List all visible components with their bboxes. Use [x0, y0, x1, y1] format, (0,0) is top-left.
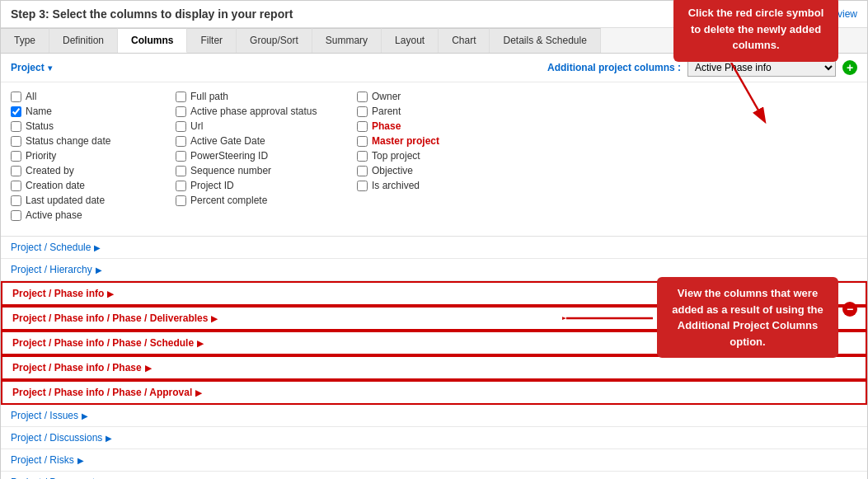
- tab-type[interactable]: Type: [1, 28, 49, 53]
- added-callout-box: View the columns that were added as a re…: [657, 277, 838, 358]
- column-checkbox[interactable]: [176, 195, 186, 206]
- column-item: Last updated date: [11, 193, 176, 208]
- section-row[interactable]: Project / Risks▶: [1, 449, 867, 472]
- section-row-label: Project / Phase info: [12, 288, 104, 299]
- tab-layout[interactable]: Layout: [382, 28, 439, 53]
- section-expand-arrow: ▶: [106, 434, 112, 443]
- column-checkbox[interactable]: [357, 92, 368, 102]
- svg-line-1: [731, 63, 764, 120]
- column-checkbox[interactable]: [11, 151, 21, 162]
- column-item: PowerSteering ID: [176, 148, 357, 163]
- project-dropdown[interactable]: Project ▾: [11, 62, 52, 73]
- column-checkbox[interactable]: [357, 166, 368, 176]
- column-checkbox[interactable]: [11, 136, 21, 147]
- tab-summary[interactable]: Summary: [312, 28, 382, 53]
- section-row-label: Project / Schedule: [11, 242, 91, 253]
- column-label: Top project: [372, 150, 420, 162]
- column-checkbox[interactable]: [11, 210, 21, 221]
- column-label: Sequence number: [190, 165, 271, 176]
- column-checkbox[interactable]: [11, 92, 21, 102]
- column-item: Is archived: [357, 178, 489, 193]
- column-label: Full path: [190, 91, 228, 102]
- column-label: Owner: [372, 91, 401, 102]
- section-row[interactable]: Project / Phase info / Phase / Approval▶: [1, 380, 867, 405]
- section-expand-arrow: ▶: [107, 289, 114, 298]
- column-item: Sequence number: [176, 163, 357, 178]
- column-item: Parent: [357, 104, 489, 119]
- project-label: Project: [11, 62, 45, 73]
- column-label: Active phase approval status: [190, 106, 317, 117]
- section-row-label: Project / Risks: [11, 454, 74, 466]
- column-label: Url: [190, 120, 203, 132]
- column-item: Priority: [11, 148, 176, 163]
- tab-definition[interactable]: Definition: [49, 28, 118, 53]
- section-expand-arrow: ▶: [145, 364, 152, 373]
- column-item: Status: [11, 119, 176, 134]
- main-content: AllNameStatusStatus change datePriorityC…: [1, 82, 867, 479]
- column-checkbox[interactable]: [176, 151, 186, 162]
- column-item: Full path: [176, 89, 357, 104]
- column-label: Created by: [26, 165, 74, 176]
- section-expand-arrow: ▶: [211, 314, 218, 323]
- tab-group-sort[interactable]: Group/Sort: [237, 28, 312, 53]
- tab-columns[interactable]: Columns: [118, 28, 187, 53]
- column-checkbox[interactable]: [357, 181, 368, 191]
- section-expand-arrow: ▶: [77, 456, 84, 465]
- column-label: Project ID: [190, 180, 234, 191]
- column-label: Percent complete: [190, 195, 267, 206]
- add-columns-button[interactable]: +: [842, 60, 857, 75]
- tab-details---schedule[interactable]: Details & Schedule: [490, 28, 600, 53]
- column-item: Master project: [357, 134, 489, 148]
- column-checkbox[interactable]: [176, 136, 186, 147]
- column-label: Is archived: [372, 180, 420, 191]
- column-item: Phase: [357, 119, 489, 134]
- column-list-1: AllNameStatusStatus change datePriorityC…: [11, 89, 176, 223]
- column-item: Objective: [357, 163, 489, 178]
- column-checkbox[interactable]: [357, 151, 368, 162]
- column-label: Phase: [372, 120, 401, 132]
- column-item: Top project: [357, 148, 489, 163]
- section-row-label: Project / Phase info / Phase / Approval: [12, 387, 192, 398]
- column-label: PowerSteering ID: [190, 150, 268, 162]
- delete-columns-button[interactable]: −: [842, 302, 857, 317]
- section-row[interactable]: Project / Schedule▶: [1, 237, 867, 259]
- column-checkbox[interactable]: [176, 92, 186, 102]
- added-annotation: View the columns that were added as a re…: [657, 277, 838, 358]
- section-row[interactable]: Project / Documents▶: [1, 472, 867, 479]
- sections-wrapper: Project / Schedule▶Project / Hierarchy▶P…: [1, 236, 867, 479]
- section-row-label: Project / Issues: [11, 410, 78, 421]
- column-checkbox[interactable]: [11, 195, 21, 206]
- column-checkbox[interactable]: [11, 121, 21, 132]
- section-expand-arrow: ▶: [82, 411, 88, 420]
- column-item: Active phase approval status: [176, 104, 357, 119]
- section-row[interactable]: Project / Discussions▶: [1, 427, 867, 449]
- column-item: Active Gate Date: [176, 134, 357, 148]
- delete-arrow-svg: [682, 63, 781, 129]
- column-checkbox[interactable]: [11, 166, 21, 176]
- section-row-label: Project / Phase info / Phase / Deliverab…: [12, 312, 208, 324]
- column-label: Parent: [372, 106, 401, 117]
- column-label: Master project: [372, 135, 439, 147]
- column-item: Created by: [11, 163, 176, 178]
- column-item: Percent complete: [176, 193, 357, 208]
- section-row[interactable]: Project / Issues▶: [1, 405, 867, 427]
- section-row[interactable]: Project / Phase info / Phase▶: [1, 355, 867, 380]
- column-label: Objective: [372, 165, 413, 176]
- column-item: Creation date: [11, 178, 176, 193]
- column-checkbox[interactable]: [176, 181, 186, 191]
- column-label: Active phase: [26, 209, 82, 221]
- column-checkbox[interactable]: [11, 106, 21, 117]
- column-checkbox[interactable]: [176, 121, 186, 132]
- column-label: Active Gate Date: [190, 135, 265, 147]
- column-checkbox[interactable]: [357, 121, 368, 132]
- column-label: Status change date: [26, 135, 110, 147]
- tab-filter[interactable]: Filter: [187, 28, 237, 53]
- tab-chart[interactable]: Chart: [439, 28, 490, 53]
- column-checkbox[interactable]: [357, 106, 368, 117]
- column-checkbox[interactable]: [357, 136, 368, 147]
- additional-columns-label: Additional project columns :: [547, 62, 681, 73]
- column-item: Project ID: [176, 178, 357, 193]
- column-checkbox[interactable]: [176, 106, 186, 117]
- column-checkbox[interactable]: [176, 166, 186, 176]
- column-checkbox[interactable]: [11, 181, 21, 191]
